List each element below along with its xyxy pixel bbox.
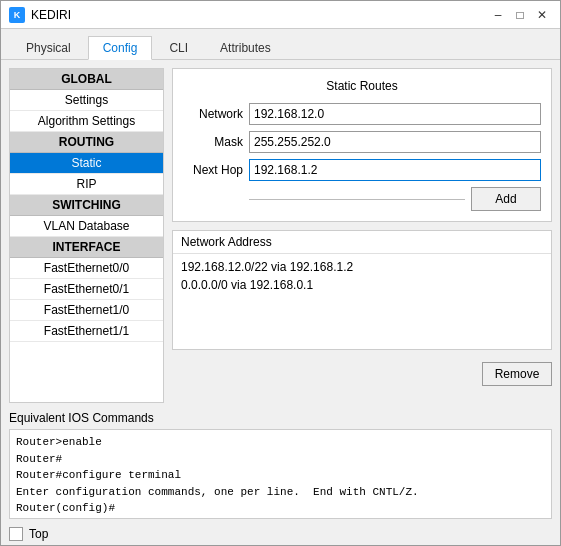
window-controls: – □ ✕	[488, 6, 552, 24]
list-item[interactable]: 0.0.0.0/0 via 192.168.0.1	[181, 276, 543, 294]
terminal-label: Equivalent IOS Commands	[9, 411, 552, 425]
top-checkbox[interactable]	[9, 527, 23, 541]
tab-cli[interactable]: CLI	[154, 36, 203, 60]
app-icon: K	[9, 7, 25, 23]
tab-config[interactable]: Config	[88, 36, 153, 60]
nexthop-input[interactable]	[249, 159, 541, 181]
maximize-button[interactable]: □	[510, 6, 530, 24]
tab-bar: Physical Config CLI Attributes	[1, 29, 560, 60]
terminal-box[interactable]: Router>enable Router# Router#configure t…	[9, 429, 552, 519]
minimize-button[interactable]: –	[488, 6, 508, 24]
terminal-line: Router#	[16, 451, 545, 468]
mask-label: Mask	[183, 135, 243, 149]
sidebar-item-static[interactable]: Static	[10, 153, 163, 174]
remove-row: Remove	[172, 362, 552, 386]
bottom-section: Equivalent IOS Commands Router>enable Ro…	[1, 411, 560, 523]
add-separator	[249, 199, 465, 200]
terminal-line: Router>enable	[16, 434, 545, 451]
main-content: GLOBAL Settings Algorithm Settings ROUTI…	[1, 60, 560, 411]
nexthop-label: Next Hop	[183, 163, 243, 177]
tab-physical[interactable]: Physical	[11, 36, 86, 60]
footer: Top	[1, 523, 560, 545]
terminal-line: Enter configuration commands, one per li…	[16, 484, 545, 501]
network-row: Network	[183, 103, 541, 125]
tab-attributes[interactable]: Attributes	[205, 36, 286, 60]
sidebar-header-interface: INTERFACE	[10, 237, 163, 258]
window-title: KEDIRI	[31, 8, 488, 22]
network-label: Network	[183, 107, 243, 121]
address-list-box: Network Address 192.168.12.0/22 via 192.…	[172, 230, 552, 350]
mask-row: Mask	[183, 131, 541, 153]
sidebar: GLOBAL Settings Algorithm Settings ROUTI…	[9, 68, 164, 403]
sidebar-header-switching: SWITCHING	[10, 195, 163, 216]
nexthop-row: Next Hop	[183, 159, 541, 181]
sidebar-header-global: GLOBAL	[10, 69, 163, 90]
sidebar-item-fastethernet00[interactable]: FastEthernet0/0	[10, 258, 163, 279]
terminal-line: Router#configure terminal	[16, 467, 545, 484]
network-input[interactable]	[249, 103, 541, 125]
right-panel: Static Routes Network Mask Next Hop Add	[172, 68, 552, 403]
sidebar-item-vlan-database[interactable]: VLAN Database	[10, 216, 163, 237]
sidebar-item-algorithm-settings[interactable]: Algorithm Settings	[10, 111, 163, 132]
sidebar-scroll[interactable]: GLOBAL Settings Algorithm Settings ROUTI…	[10, 69, 163, 402]
address-list-content[interactable]: 192.168.12.0/22 via 192.168.1.2 0.0.0.0/…	[173, 254, 551, 349]
main-window: K KEDIRI – □ ✕ Physical Config CLI Attri…	[0, 0, 561, 546]
mask-input[interactable]	[249, 131, 541, 153]
terminal-line: Router(config)#	[16, 500, 545, 517]
sidebar-item-rip[interactable]: RIP	[10, 174, 163, 195]
sidebar-item-fastethernet01[interactable]: FastEthernet0/1	[10, 279, 163, 300]
routes-box: Static Routes Network Mask Next Hop Add	[172, 68, 552, 222]
add-row: Add	[183, 187, 541, 211]
add-button[interactable]: Add	[471, 187, 541, 211]
sidebar-item-fastethernet10[interactable]: FastEthernet1/0	[10, 300, 163, 321]
terminal-line: Router(config)#	[16, 517, 545, 520]
sidebar-item-fastethernet11[interactable]: FastEthernet1/1	[10, 321, 163, 342]
close-button[interactable]: ✕	[532, 6, 552, 24]
remove-button[interactable]: Remove	[482, 362, 552, 386]
routes-title: Static Routes	[183, 79, 541, 93]
top-label: Top	[29, 527, 48, 541]
sidebar-item-settings[interactable]: Settings	[10, 90, 163, 111]
title-bar: K KEDIRI – □ ✕	[1, 1, 560, 29]
sidebar-header-routing: ROUTING	[10, 132, 163, 153]
address-list-header: Network Address	[173, 231, 551, 254]
list-item[interactable]: 192.168.12.0/22 via 192.168.1.2	[181, 258, 543, 276]
